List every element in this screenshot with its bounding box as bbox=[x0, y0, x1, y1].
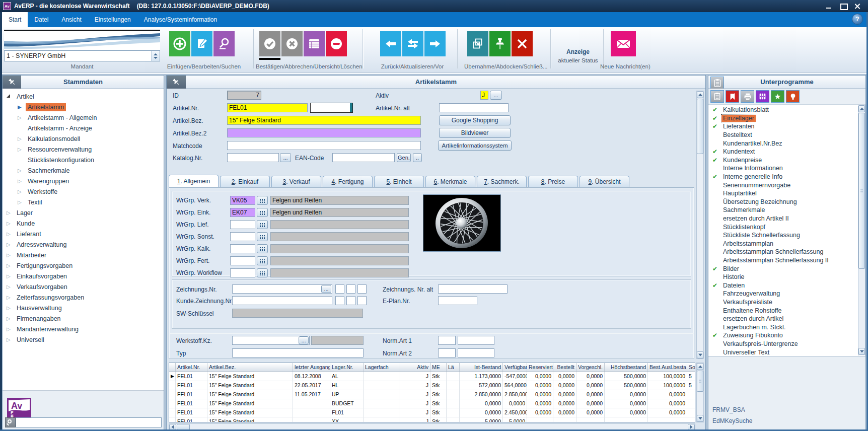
subprogram-item-dateien[interactable]: ✔Dateien bbox=[708, 281, 857, 290]
tab-preise[interactable]: 8. Preise bbox=[528, 176, 578, 187]
list-scroll-down[interactable] bbox=[858, 348, 865, 355]
help-icon[interactable]: ? bbox=[852, 14, 863, 25]
wrgrp-lookup-icon[interactable] bbox=[257, 220, 268, 229]
maximize-icon[interactable] bbox=[840, 3, 847, 9]
subprogram-item-verkaufspreisliste[interactable]: Verkaufspreisliste bbox=[708, 298, 857, 307]
column-header-vorgeschl[interactable]: Vorgeschl. bbox=[576, 363, 605, 372]
column-header-ist-bestand[interactable]: Ist-Bestand bbox=[460, 363, 503, 372]
wrgrp-lookup-icon[interactable] bbox=[257, 232, 268, 241]
table-scroll-up[interactable] bbox=[697, 363, 703, 370]
column-header-lager-nr[interactable]: Lager.Nr. bbox=[330, 363, 364, 372]
tab-einkauf[interactable]: 2. Einkauf bbox=[220, 176, 270, 187]
quick-search-icon[interactable] bbox=[5, 417, 16, 427]
zeichnung-alt-field[interactable] bbox=[438, 284, 508, 294]
column-header-marker[interactable] bbox=[169, 363, 176, 372]
subprogram-item-kalkulationsblatt[interactable]: ✔Kalkulationsblatt bbox=[708, 106, 857, 114]
table-vscrollbar[interactable] bbox=[696, 363, 704, 422]
menu-item-ansicht[interactable]: Ansicht bbox=[55, 12, 88, 27]
typ-field[interactable] bbox=[232, 348, 364, 357]
binders-icon[interactable] bbox=[756, 90, 769, 103]
dots2-button[interactable]: .. bbox=[413, 153, 422, 162]
tree-item-kalkulationsmodell[interactable]: ▷Kalkulationsmodell bbox=[3, 133, 164, 144]
zeichnung-box3[interactable] bbox=[357, 284, 367, 294]
column-header-höchstbestand[interactable]: Höchstbestand bbox=[605, 363, 648, 372]
katalognr-field[interactable] bbox=[227, 153, 279, 162]
table-row[interactable]: ▶FEL0115" Felge Standard08.12.2008ALJStk… bbox=[169, 372, 695, 381]
collapsed-icon[interactable]: ▷ bbox=[7, 305, 15, 311]
tree-item-hausverwaltung[interactable]: ▷Hausverwaltung bbox=[3, 303, 164, 313]
collapsed-icon[interactable]: ▷ bbox=[18, 189, 26, 194]
wrgrp-code-field-wrgrp-kalk[interactable] bbox=[230, 244, 255, 253]
close-form-button[interactable] bbox=[512, 31, 533, 56]
wrgrp-lookup-icon[interactable] bbox=[257, 256, 268, 265]
bookmark-icon[interactable] bbox=[726, 90, 739, 103]
collapsed-icon[interactable]: ▷ bbox=[7, 295, 15, 300]
forward-button[interactable] bbox=[424, 31, 446, 56]
kunde-zeichnung-box3[interactable] bbox=[357, 296, 367, 305]
wrgrp-code-field-wrgrp-fert[interactable] bbox=[230, 256, 255, 265]
close-icon[interactable] bbox=[854, 3, 861, 9]
collapsed-icon[interactable]: ▷ bbox=[18, 136, 26, 141]
tree-item-artikelstamm-allgemein[interactable]: ▷Artikelstamm - Allgemein bbox=[3, 112, 164, 123]
pin-dock-button[interactable] bbox=[489, 31, 511, 56]
wrgrp-code-field-wrgrp-sonst[interactable] bbox=[230, 232, 255, 241]
aktiv-dots-button[interactable]: ... bbox=[490, 91, 502, 100]
tree-item-werkstoffe[interactable]: ▷Werkstoffe bbox=[3, 186, 164, 197]
artikelbez2-field[interactable] bbox=[227, 128, 421, 137]
collapsed-icon[interactable]: ▷ bbox=[7, 242, 15, 247]
article-image[interactable] bbox=[423, 194, 501, 252]
collapsed-icon[interactable]: ▷ bbox=[18, 168, 26, 173]
delete-button[interactable] bbox=[326, 31, 347, 56]
list-scroll-thumb[interactable] bbox=[858, 113, 865, 269]
menu-item-analyse-systeminformation[interactable]: Analyse/Systeminformation bbox=[137, 12, 224, 27]
transfer-button[interactable] bbox=[467, 31, 488, 56]
subprogram-item-hauptartikel[interactable]: Hauptartikel bbox=[708, 189, 857, 198]
norm1-field2[interactable] bbox=[458, 336, 494, 345]
artikelnr-suffix-field[interactable] bbox=[310, 103, 353, 113]
menu-item-datei[interactable]: Datei bbox=[28, 12, 55, 27]
artikelinfo-button[interactable]: Artikelinformationssystem bbox=[438, 140, 512, 151]
column-header-artikel-nr[interactable]: Artikel.Nr. bbox=[176, 363, 207, 372]
tree-item-stücklistenkonfiguration[interactable]: Stücklistenkonfiguration bbox=[3, 155, 164, 165]
subprogram-item-stücklistenkopf[interactable]: Stücklistenkopf bbox=[708, 223, 857, 231]
aktiv-field[interactable] bbox=[480, 91, 488, 100]
subprogram-item-bilder[interactable]: ✔Bilder bbox=[708, 264, 857, 273]
tree-item-ressourcenverwaltung[interactable]: ▷Ressourcenverwaltung bbox=[3, 144, 164, 155]
tree-item-einkaufsvorgaben[interactable]: ▷Einkaufsvorgaben bbox=[3, 271, 164, 281]
wrgrp-code-field-wrgrp-verk[interactable] bbox=[230, 196, 255, 205]
tab-einheit[interactable]: 5. Einheit bbox=[374, 176, 424, 187]
tab-fertigung[interactable]: 4. Fertigung bbox=[323, 176, 373, 187]
collapsed-icon[interactable]: ▷ bbox=[7, 231, 15, 237]
table-row[interactable]: FEL0115" Felge Standard22.05.2017HLJStk5… bbox=[169, 381, 695, 390]
tab-übersicht[interactable]: 9. Übersicht bbox=[580, 176, 629, 187]
tree-item-universell[interactable]: ▷Universell bbox=[3, 334, 164, 345]
zeichnungsnr-field[interactable] bbox=[232, 284, 332, 294]
mandant-spinner[interactable] bbox=[151, 51, 160, 61]
subprogram-item-interne-informationen[interactable]: Interne Informationen bbox=[708, 164, 857, 173]
norm2-field2[interactable] bbox=[458, 348, 494, 357]
tree-item-mandantenverwaltung[interactable]: ▷Mandantenverwaltung bbox=[3, 324, 164, 334]
wrgrp-lookup-icon[interactable] bbox=[257, 196, 268, 205]
menu-item-einstellungen[interactable]: Einstellungen bbox=[88, 12, 137, 27]
column-header-me[interactable]: ME bbox=[430, 363, 447, 372]
subprogram-item-arbeitsstammplan-schnellerfassung[interactable]: Arbeitsstammplan Schnellerfassung bbox=[708, 248, 857, 256]
subprogram-item-interne-generelle-info[interactable]: ✔Interne generelle Info bbox=[708, 173, 857, 181]
collapsed-icon[interactable]: ▷ bbox=[7, 263, 15, 268]
star-icon[interactable]: ★ bbox=[771, 90, 784, 103]
overview-button[interactable] bbox=[304, 31, 325, 56]
column-header-bestellt[interactable]: Bestellt bbox=[553, 363, 576, 372]
wrgrp-code-field-wrgrp-lief[interactable] bbox=[230, 220, 255, 229]
tree-item-textil[interactable]: ▷Textil bbox=[3, 197, 164, 207]
tree-item-lager[interactable]: ▷Lager bbox=[3, 207, 164, 218]
collapsed-icon[interactable]: ▷ bbox=[7, 316, 15, 321]
table-row[interactable]: FEL0115" Felge StandardFL01JStk0,00002.4… bbox=[169, 408, 695, 417]
tab-verkauf[interactable]: 3. Verkauf bbox=[271, 176, 321, 187]
tree-item-kunde[interactable]: ▷Kunde bbox=[3, 218, 164, 229]
list-scroll-up[interactable] bbox=[858, 105, 865, 112]
subprogram-item-enthaltene-rohstoffe[interactable]: Enthaltene Rohstoffe bbox=[708, 306, 857, 315]
menu-item-start[interactable]: Start bbox=[2, 12, 28, 27]
wrgrp-lookup-icon[interactable] bbox=[257, 244, 268, 253]
tree-item-fertigungsvorgaben[interactable]: ▷Fertigungsvorgaben bbox=[3, 260, 164, 271]
tab-allgemein[interactable]: 1. Allgemein bbox=[169, 175, 219, 187]
subprogram-item-einzellager[interactable]: ✔Einzellager bbox=[708, 114, 857, 123]
